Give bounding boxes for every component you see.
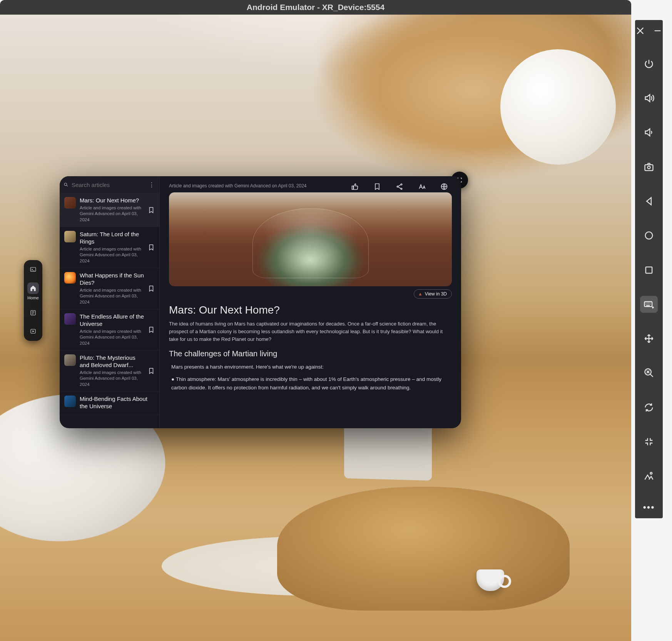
volume-down-button[interactable] xyxy=(640,124,658,141)
bookmark-icon[interactable] xyxy=(148,367,155,374)
article-content[interactable]: Article and images created with Gemini A… xyxy=(160,176,461,428)
more-button[interactable]: ••• xyxy=(643,502,655,513)
search-input[interactable] xyxy=(72,182,145,188)
thumbnail-icon xyxy=(64,272,76,284)
search-icon xyxy=(64,181,69,188)
decor-lamp xyxy=(500,49,616,165)
text-size-icon[interactable] xyxy=(418,183,426,190)
screenshot-button[interactable] xyxy=(640,159,658,175)
power-button[interactable] xyxy=(640,55,658,72)
list-item-title: Mars: Our Next Home? xyxy=(80,197,144,204)
list-item-title: Saturn: The Lord of the Rings xyxy=(80,231,144,245)
svg-point-4 xyxy=(401,184,402,185)
keyboard-input-button[interactable] xyxy=(640,296,658,312)
window-title: Android Emulator - XR_Device:5554 xyxy=(247,3,384,12)
decor-table xyxy=(277,487,570,611)
section-heading: The challenges of Martian living xyxy=(169,349,452,358)
kebab-menu-button[interactable]: ⋮ xyxy=(148,179,155,190)
list-item-title: The Endless Allure of the Universe xyxy=(80,313,144,328)
article-list[interactable]: Mars: Our Next Home? Article and images … xyxy=(60,193,159,428)
view-3d-icon: ▲ xyxy=(418,291,423,297)
list-item-subtitle: Article and images created with Gemini A… xyxy=(80,205,144,223)
nav-home-label: Home xyxy=(27,295,38,300)
svg-point-10 xyxy=(645,232,653,239)
nav-terminal-button[interactable] xyxy=(27,264,39,275)
article-sidebar: ⋮ Mars: Our Next Home? Article and image… xyxy=(60,176,160,428)
svg-rect-0 xyxy=(30,267,36,272)
list-item-text: What Happens if the Sun Dies? Article an… xyxy=(80,272,144,305)
share-icon[interactable] xyxy=(396,183,403,190)
search-row: ⋮ xyxy=(60,176,159,193)
bookmark-icon[interactable] xyxy=(373,183,381,190)
svg-point-14 xyxy=(650,472,652,474)
list-item-subtitle: Article and images created with Gemini A… xyxy=(80,329,144,347)
svg-rect-11 xyxy=(646,267,652,273)
bookmark-icon[interactable] xyxy=(148,326,155,333)
article-lead: The idea of humans living on Mars has ca… xyxy=(169,320,452,343)
article-hero-image xyxy=(169,192,452,286)
bookmark-icon[interactable] xyxy=(148,244,155,251)
nav-library-button[interactable] xyxy=(27,307,39,319)
bookmark-icon[interactable] xyxy=(148,285,155,292)
nav-video-button[interactable] xyxy=(27,326,39,337)
emulator-control-bar: ••• xyxy=(635,20,663,518)
list-item-text: Saturn: The Lord of the Rings Article an… xyxy=(80,231,144,264)
view-3d-label: View in 3D xyxy=(425,291,447,297)
app-panel: ⋮ Mars: Our Next Home? Article and image… xyxy=(60,176,461,428)
svg-point-3 xyxy=(64,183,67,185)
home-button[interactable] xyxy=(640,227,658,244)
list-item[interactable]: Mind-Bending Facts About the Universe xyxy=(60,392,159,415)
svg-rect-8 xyxy=(645,165,653,170)
window-controls xyxy=(635,25,663,38)
like-icon[interactable] xyxy=(351,183,359,190)
svg-point-9 xyxy=(648,166,650,169)
thumbnail-icon xyxy=(64,313,76,325)
article-bullet: ● Thin atmosphere: Mars' atmosphere is i… xyxy=(169,375,452,392)
list-item-title: Pluto: The Mysterious and Beloved Dwarf.… xyxy=(80,354,144,369)
list-item-text: Mars: Our Next Home? Article and images … xyxy=(80,197,144,223)
list-item-text: Pluto: The Mysterious and Beloved Dwarf.… xyxy=(80,354,144,387)
list-item-subtitle: Article and images created with Gemini A… xyxy=(80,370,144,388)
rotate-button[interactable] xyxy=(640,399,658,416)
article-meta: Article and images created with Gemini A… xyxy=(169,183,351,189)
article-title: Mars: Our Next Home? xyxy=(169,304,452,316)
close-icon[interactable] xyxy=(635,25,645,36)
list-item[interactable]: Saturn: The Lord of the Rings Article an… xyxy=(60,227,159,268)
list-item-subtitle: Article and images created with Gemini A… xyxy=(80,287,144,305)
list-item[interactable]: The Endless Allure of the Universe Artic… xyxy=(60,309,159,351)
minimize-icon[interactable] xyxy=(652,25,663,36)
collapse-button[interactable] xyxy=(640,433,658,450)
list-item-title: Mind-Bending Facts About the Universe xyxy=(80,396,155,410)
thumbnail-icon xyxy=(64,231,76,242)
list-item[interactable]: What Happens if the Sun Dies? Article an… xyxy=(60,268,159,309)
nav-rail: Home xyxy=(24,260,42,341)
emulator-window: Android Emulator - XR_Device:5554 Home xyxy=(0,0,631,641)
list-item[interactable]: Mars: Our Next Home? Article and images … xyxy=(60,193,159,227)
svg-point-6 xyxy=(401,188,402,189)
window-titlebar: Android Emulator - XR_Device:5554 xyxy=(0,0,631,15)
nav-home-button[interactable] xyxy=(27,282,39,294)
overview-button[interactable] xyxy=(640,262,658,278)
svg-point-5 xyxy=(397,186,398,187)
view-3d-button[interactable]: ▲ View in 3D xyxy=(414,289,452,299)
list-item-title: What Happens if the Sun Dies? xyxy=(80,272,144,287)
list-item-text: The Endless Allure of the Universe Artic… xyxy=(80,313,144,346)
xr-scene: Home ⋮ Mars: Our Next H xyxy=(0,15,631,641)
list-item-text: Mind-Bending Facts About the Universe xyxy=(80,396,155,411)
thumbnail-icon xyxy=(64,354,76,366)
article-toolbar xyxy=(351,183,452,190)
list-item[interactable]: Pluto: The Mysterious and Beloved Dwarf.… xyxy=(60,351,159,392)
volume-up-button[interactable] xyxy=(640,90,658,106)
list-item-subtitle: Article and images created with Gemini A… xyxy=(80,246,144,264)
back-button[interactable] xyxy=(640,193,658,209)
thumbnail-icon xyxy=(64,197,76,209)
zoom-button[interactable] xyxy=(640,365,658,381)
article-body: Mars presents a harsh environment. Here'… xyxy=(169,363,452,371)
move-button[interactable] xyxy=(640,331,658,347)
bookmark-icon[interactable] xyxy=(148,207,155,214)
globe-icon[interactable] xyxy=(440,183,448,190)
scenery-button[interactable] xyxy=(640,468,658,484)
thumbnail-icon xyxy=(64,396,76,407)
